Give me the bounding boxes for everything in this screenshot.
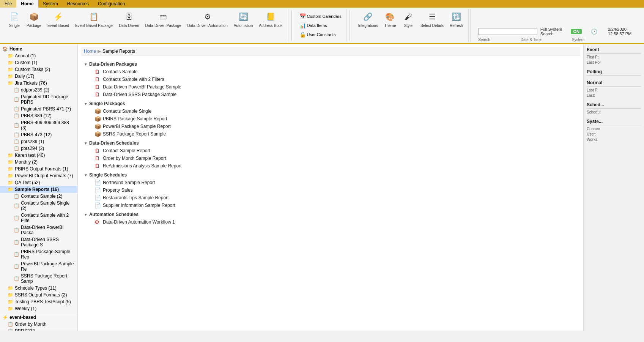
event-based-pkg-icon: 📋 bbox=[88, 11, 100, 23]
tree-item-contacts-sample-2f[interactable]: 🗓 Contacts Sample with 2 Filters bbox=[82, 76, 579, 83]
tree-group-single-packages: ▼ Single Packages 📦 Contacts Sample Sing… bbox=[82, 100, 579, 138]
supplier-info-label: Supplier Information Sample Report bbox=[103, 203, 175, 208]
ribbon-refresh-btn[interactable]: 🔃 Refresh bbox=[447, 9, 465, 30]
sidebar-item-ssrs-output[interactable]: 📁 SSRS Output Formats (2) bbox=[0, 292, 77, 298]
sidebar: 🏠 Home 📁 Annual (1) 📁 Custom (1) 📁 Custo… bbox=[0, 44, 78, 331]
tree-item-data-driven-ssrs-pkg[interactable]: 🗓 Data-Driven SSRS Package Sample bbox=[82, 91, 579, 98]
ribbon-user-constants-btn[interactable]: 🔒 User Constants bbox=[298, 31, 343, 38]
sample-reports-label: Sample Reports (16) bbox=[15, 187, 59, 192]
ribbon-event-based-btn[interactable]: ⚡ Event-Based bbox=[45, 9, 71, 30]
menu-file[interactable]: File bbox=[0, 0, 16, 8]
home-icon: 🏠 bbox=[2, 46, 8, 52]
ribbon-event-based-pkg-btn[interactable]: 📋 Event-Based Package bbox=[73, 9, 115, 30]
tree-item-data-driven-powerbi-pkg[interactable]: 🗓 Data-Driven PowerBI Package Sample bbox=[82, 83, 579, 91]
ribbon-package-btn[interactable]: 📦 Package bbox=[24, 9, 44, 30]
sidebar-item-pbrs473[interactable]: 📋 PBRS-473 (12) bbox=[0, 131, 77, 138]
user-constants-icon: 🔒 bbox=[299, 32, 305, 38]
contacts-sample-single-pkg-label: Contacts Sample Single bbox=[103, 109, 151, 114]
sidebar-item-weekly[interactable]: 📁 Weekly (1) bbox=[0, 305, 77, 312]
tree-item-order-by-month-sample[interactable]: 🗓 Order by Month Sample Report bbox=[82, 154, 579, 162]
tree-item-pbirs-package-sample[interactable]: 📦 PBIRS Package Sample Report bbox=[82, 115, 579, 123]
menu-resources[interactable]: Resources bbox=[63, 0, 93, 8]
sidebar-item-daily[interactable]: 📁 Daily (17) bbox=[0, 73, 77, 80]
tree-item-ssrs-package-rpt[interactable]: 📦 SSRS Package Report Sample bbox=[82, 130, 579, 138]
sidebar-item-paginated-pbrs[interactable]: 📋 Paginated PBRS-471 (7) bbox=[0, 106, 77, 112]
ribbon-theme-btn[interactable]: 🎨 Theme bbox=[382, 9, 398, 30]
sidebar-item-pbrs239-1[interactable]: 📋 pbrs239 (1) bbox=[0, 138, 77, 145]
right-panel-system-row-1: User: bbox=[587, 132, 641, 136]
sidebar-item-contacts-sample-2[interactable]: 📋 Contacts Sample (2) bbox=[0, 193, 77, 200]
sidebar-item-pbrs409[interactable]: 📋 PBRS-409 406 369 388 (3) bbox=[0, 119, 77, 131]
tree-group-automation-schedules-header[interactable]: ▼ Automation Schedules bbox=[82, 211, 579, 218]
tree-item-supplier-info[interactable]: 📄 Supplier Information Sample Report bbox=[82, 202, 579, 209]
contact-sample-report-label: Contact Sample Report bbox=[103, 148, 150, 153]
tree-group-single-packages-header[interactable]: ▼ Single Packages bbox=[82, 100, 579, 107]
tree-group-data-driven-schedules-header[interactable]: ▼ Data-Driven Schedules bbox=[82, 139, 579, 147]
restaurants-tips-icon: 📄 bbox=[94, 195, 101, 201]
ribbon-address-book-btn[interactable]: 📒 Address Book bbox=[257, 9, 285, 30]
event-label-1: Last Pol: bbox=[587, 60, 641, 65]
weekly-folder-icon: 📁 bbox=[8, 306, 13, 311]
tree-item-contacts-sample-single-pkg[interactable]: 📦 Contacts Sample Single bbox=[82, 107, 579, 115]
sidebar-item-sample-reports[interactable]: 📁 Sample Reports (16) bbox=[0, 186, 77, 193]
sidebar-item-qa-test[interactable]: 📁 QA Test (52) bbox=[0, 179, 77, 186]
sidebar-item-schedule-types[interactable]: 📁 Schedule Types (11) bbox=[0, 285, 77, 292]
tree-item-powerbi-package-sample[interactable]: 📦 PowerBI Package Sample Report bbox=[82, 123, 579, 130]
sidebar-item-custom-tasks[interactable]: 📁 Custom Tasks (2) bbox=[0, 66, 77, 73]
ribbon-data-driven-pkg-btn[interactable]: 🗃 Data-Driven Package bbox=[143, 9, 184, 30]
data-driven-ssrs-pkg-icon: 🗓 bbox=[94, 91, 101, 98]
sidebar-item-power-bi-output[interactable]: 📁 Power BI Output Formats (7) bbox=[0, 172, 77, 179]
sidebar-item-custom[interactable]: 📁 Custom (1) bbox=[0, 59, 77, 66]
menu-home[interactable]: Home bbox=[16, 0, 38, 8]
ribbon-style-btn[interactable]: 🖌 Style bbox=[400, 9, 417, 30]
sidebar-item-testing-pbrs[interactable]: 📁 Testing PBRS TestScript (5) bbox=[0, 298, 77, 305]
sidebar-item-pbrs233[interactable]: 📋 PBRS233 bbox=[0, 328, 77, 331]
search-input[interactable] bbox=[478, 28, 537, 35]
ribbon-custom-calendars-btn[interactable]: 📅 Custom Calendars bbox=[298, 13, 343, 20]
sidebar-item-pbrs294[interactable]: 📋 pbrs294 (2) bbox=[0, 145, 77, 152]
breadcrumb-home[interactable]: Home bbox=[84, 49, 96, 54]
sidebar-item-karen[interactable]: 📁 Karen test (40) bbox=[0, 152, 77, 159]
tree-group-data-driven-packages-header[interactable]: ▼ Data-Driven Packages bbox=[82, 60, 579, 68]
sidebar-item-home[interactable]: 🏠 Home bbox=[0, 46, 77, 52]
tree-item-property-sales[interactable]: 📄 Property Sales bbox=[82, 186, 579, 194]
sidebar-item-pbrs389[interactable]: 📋 PBRS 389 (12) bbox=[0, 112, 77, 119]
powerbi-package-sample-label: PowerBI Package Sample Report bbox=[103, 124, 171, 129]
tree-item-contacts-sample[interactable]: 🗓 Contacts Sample bbox=[82, 68, 579, 76]
tree-item-readmissions[interactable]: 🗓 ReAdmissions Analysis Sample Report bbox=[82, 162, 579, 170]
sidebar-item-ddpbrs239[interactable]: 📋 ddpbrs239 (2) bbox=[0, 87, 77, 93]
event-based-sidebar-icon: ⚡ bbox=[2, 315, 8, 320]
sidebar-item-ssrs-pkg-report[interactable]: 📋 SSRS Package Report Samp bbox=[0, 273, 77, 285]
menu-system[interactable]: System bbox=[38, 0, 63, 8]
menu-configuration[interactable]: Configuration bbox=[93, 0, 129, 8]
sidebar-item-annual[interactable]: 📁 Annual (1) bbox=[0, 52, 77, 59]
tree-group-single-schedules-header[interactable]: ▼ Single Schedules bbox=[82, 171, 579, 179]
sidebar-item-contacts-2f[interactable]: 📋 Contacts Sample with 2 Filte bbox=[0, 212, 77, 224]
ribbon-data-driven-btn[interactable]: 🗄 Data-Driven bbox=[117, 9, 141, 30]
sidebar-item-jira[interactable]: 📁 Jira Tickets (76) bbox=[0, 80, 77, 87]
tree-item-northwind[interactable]: 📄 Northwind Sample Report bbox=[82, 179, 579, 186]
sidebar-item-paginated-dd[interactable]: 📋 Paginated DD Package PBRS bbox=[0, 93, 77, 106]
ribbon-data-items-btn[interactable]: 📊 Data Items bbox=[298, 22, 343, 29]
sidebar-item-pbirs-pkg-sample[interactable]: 📋 PBIRS Package Sample Rep bbox=[0, 248, 77, 260]
sidebar-item-powerbi-pkg-sample[interactable]: 📋 PowerBI Package Sample Re bbox=[0, 260, 77, 273]
pbrs239-1-label: pbrs239 (1) bbox=[21, 139, 44, 144]
sidebar-item-order-by-month[interactable]: 📋 Order by Month bbox=[0, 321, 77, 328]
ribbon-single-btn[interactable]: 📄 Single bbox=[6, 9, 23, 30]
tree-item-data-driven-auto-wf1[interactable]: ⚙ Data-Driven Automation Workflow 1 bbox=[82, 218, 579, 226]
ssrs-package-rpt-icon: 📦 bbox=[94, 131, 101, 137]
ribbon-select-details-btn[interactable]: ☰ Select Details bbox=[418, 9, 446, 30]
sidebar-item-contacts-sample-single-2[interactable]: 📋 Contacts Sample Single (2) bbox=[0, 200, 77, 212]
ribbon-integrations-btn[interactable]: 🔗 Integrations bbox=[356, 9, 380, 30]
sidebar-item-data-driven-powerbi[interactable]: 📋 Data-Driven PowerBI Packa bbox=[0, 224, 77, 236]
tree-item-contact-sample-report[interactable]: 🗓 Contact Sample Report bbox=[82, 147, 579, 154]
sidebar-item-data-driven-ssrs[interactable]: 📋 Data-Driven SSRS Package S bbox=[0, 236, 77, 248]
data-driven-powerbi-label: Data-Driven PowerBI Packa bbox=[21, 225, 75, 235]
tree-item-restaurants-tips[interactable]: 📄 Restaurants Tips Sample Report bbox=[82, 194, 579, 202]
sidebar-item-monthly[interactable]: 📁 Monthly (2) bbox=[0, 159, 77, 165]
sidebar-item-event-based[interactable]: ⚡ event-based bbox=[0, 314, 77, 321]
breadcrumb: Home ▶ Sample Reports bbox=[81, 47, 580, 56]
ribbon-automation-btn[interactable]: 🔄 Automation bbox=[231, 9, 255, 30]
sidebar-item-pbirs-output[interactable]: 📁 PBIRS Output Formats (1) bbox=[0, 165, 77, 172]
ribbon-data-driven-auto-btn[interactable]: ⚙ Data-Driven Automation bbox=[185, 9, 230, 30]
